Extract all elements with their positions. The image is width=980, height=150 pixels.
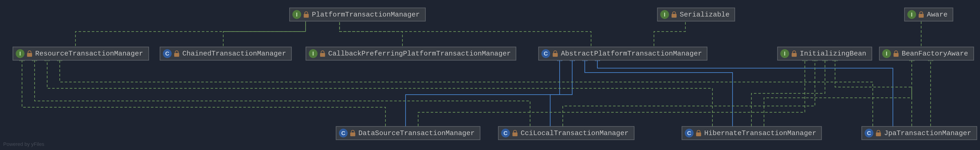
lock-icon: [350, 130, 356, 137]
lock-icon: [918, 11, 924, 18]
lock-icon: [27, 50, 33, 57]
interface-icon: I: [907, 10, 916, 19]
lock-icon: [875, 130, 882, 137]
class-diagram: I PlatformTransactionManager I Serializa…: [0, 0, 980, 150]
node-label: ChainedTransactionManager: [183, 50, 286, 57]
class-icon: C: [163, 49, 172, 58]
node-label: Serializable: [680, 11, 730, 18]
interface-icon: I: [660, 10, 669, 19]
lock-icon: [695, 130, 702, 137]
node-cci-local-transaction-manager[interactable]: C CciLocalTransactionManager: [498, 126, 634, 140]
node-initializing-bean[interactable]: I InitializingBean: [777, 47, 872, 61]
class-icon: C: [685, 129, 694, 138]
lock-icon: [303, 11, 310, 18]
node-label: AbstractPlatformTransactionManager: [561, 50, 702, 57]
node-jpa-transaction-manager[interactable]: C JpaTransactionManager: [862, 126, 977, 140]
powered-by-label: Powered by yFiles: [3, 141, 45, 147]
lock-icon: [512, 130, 519, 137]
lock-icon: [320, 50, 326, 57]
node-hibernate-transaction-manager[interactable]: C HibernateTransactionManager: [682, 126, 822, 140]
class-icon: C: [541, 49, 550, 58]
lock-icon: [791, 50, 797, 57]
class-icon: C: [339, 129, 348, 138]
class-icon: C: [501, 129, 510, 138]
node-label: CciLocalTransactionManager: [521, 129, 628, 137]
node-label: DataSourceTransactionManager: [358, 129, 475, 137]
interface-icon: I: [293, 10, 301, 19]
node-label: Aware: [927, 11, 948, 18]
lock-icon: [552, 50, 558, 57]
node-label: InitializingBean: [800, 50, 866, 57]
class-icon: C: [864, 129, 873, 138]
interface-icon: I: [309, 49, 318, 58]
edges-layer: [0, 0, 980, 150]
node-label: CallbackPreferringPlatformTransactionMan…: [328, 50, 511, 57]
node-abstract-platform-transaction-manager[interactable]: C AbstractPlatformTransactionManager: [538, 47, 708, 61]
node-serializable[interactable]: I Serializable: [657, 8, 735, 21]
node-label: ResourceTransactionManager: [35, 50, 143, 57]
node-label: HibernateTransactionManager: [704, 129, 816, 137]
node-bean-factory-aware[interactable]: I BeanFactoryAware: [879, 47, 974, 61]
node-platform-transaction-manager[interactable]: I PlatformTransactionManager: [289, 8, 426, 21]
lock-icon: [893, 50, 899, 57]
node-chained-transaction-manager[interactable]: C ChainedTransactionManager: [160, 47, 292, 61]
lock-icon: [671, 11, 677, 18]
node-label: JpaTransactionManager: [884, 129, 971, 137]
interface-icon: I: [780, 49, 789, 58]
node-datasource-transaction-manager[interactable]: C DataSourceTransactionManager: [336, 126, 480, 140]
node-label: PlatformTransactionManager: [312, 11, 420, 18]
node-callback-preferring-ptm[interactable]: I CallbackPreferringPlatformTransactionM…: [306, 47, 517, 61]
interface-icon: I: [882, 49, 891, 58]
node-aware[interactable]: I Aware: [904, 8, 953, 21]
node-label: BeanFactoryAware: [902, 50, 968, 57]
node-resource-transaction-manager[interactable]: I ResourceTransactionManager: [13, 47, 149, 61]
lock-icon: [173, 50, 180, 57]
interface-icon: I: [16, 49, 25, 58]
